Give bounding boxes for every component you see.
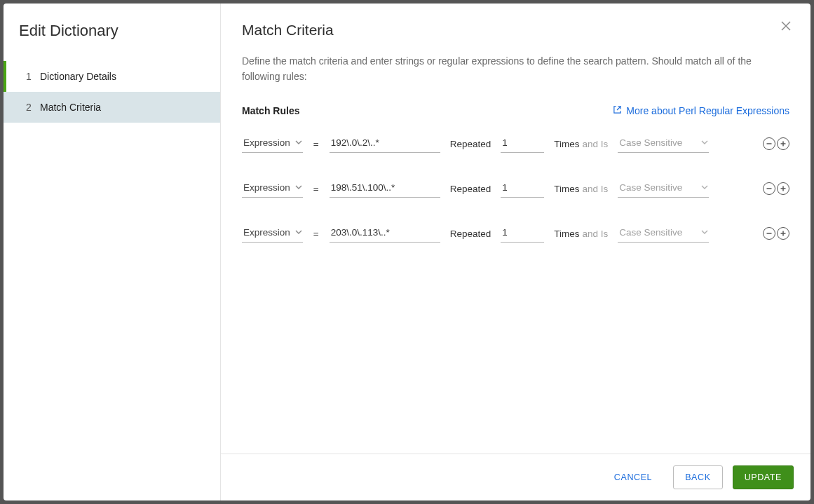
case-sensitivity-select[interactable]: Case Sensitive bbox=[618, 224, 709, 243]
wizard-step-dictionary-details[interactable]: 1 Dictionary Details bbox=[4, 61, 220, 92]
case-placeholder: Case Sensitive bbox=[619, 182, 682, 193]
repeated-label: Repeated bbox=[450, 229, 491, 239]
remove-rule-button[interactable] bbox=[763, 182, 775, 195]
chevron-down-icon bbox=[701, 137, 708, 148]
wizard-sidebar: Edit Dictionary 1 Dictionary Details 2 M… bbox=[4, 4, 221, 500]
equals-label: = bbox=[313, 229, 320, 239]
match-rule-row: Expression = Repeated Times and Is Case … bbox=[242, 179, 789, 198]
case-sensitivity-select[interactable]: Case Sensitive bbox=[618, 135, 709, 153]
chevron-down-icon bbox=[295, 137, 302, 148]
add-rule-button[interactable] bbox=[777, 137, 789, 150]
page-title: Match Criteria bbox=[242, 22, 789, 39]
external-link-icon bbox=[613, 105, 622, 116]
remove-rule-button[interactable] bbox=[763, 227, 775, 240]
main-panel: Match Criteria Define the match criteria… bbox=[221, 4, 810, 500]
rule-type-value: Expression bbox=[243, 182, 290, 193]
chevron-down-icon bbox=[295, 182, 302, 193]
repeat-count-input[interactable] bbox=[501, 224, 544, 243]
modal-footer: CANCEL BACK UPDATE bbox=[221, 454, 810, 500]
repeat-count-input[interactable] bbox=[501, 135, 544, 153]
chevron-down-icon bbox=[701, 227, 708, 238]
pattern-input[interactable] bbox=[330, 135, 440, 153]
repeated-label: Repeated bbox=[450, 184, 491, 194]
case-sensitivity-select[interactable]: Case Sensitive bbox=[618, 179, 709, 198]
case-placeholder: Case Sensitive bbox=[619, 227, 682, 238]
rule-type-select[interactable]: Expression bbox=[242, 179, 303, 198]
add-rule-button[interactable] bbox=[777, 227, 789, 240]
sidebar-title: Edit Dictionary bbox=[4, 22, 220, 61]
rule-type-select[interactable]: Expression bbox=[242, 224, 303, 243]
match-rule-row: Expression = Repeated Times and Is Case … bbox=[242, 135, 789, 153]
wizard-step-match-criteria[interactable]: 2 Match Criteria bbox=[4, 92, 220, 123]
and-is-label: and Is bbox=[582, 139, 608, 149]
and-is-label: and Is bbox=[582, 184, 608, 194]
remove-rule-button[interactable] bbox=[763, 137, 775, 150]
times-label: Times bbox=[554, 139, 579, 149]
rule-type-value: Expression bbox=[243, 137, 290, 148]
match-rule-row: Expression = Repeated Times and Is Case … bbox=[242, 224, 789, 243]
plus-icon bbox=[780, 229, 787, 238]
plus-icon bbox=[780, 184, 787, 193]
pattern-input[interactable] bbox=[330, 179, 440, 198]
page-description: Define the match criteria and enter stri… bbox=[242, 54, 789, 84]
rule-type-select[interactable]: Expression bbox=[242, 135, 303, 153]
times-label: Times bbox=[554, 184, 579, 194]
chevron-down-icon bbox=[701, 182, 708, 193]
step-number: 1 bbox=[26, 71, 40, 82]
step-label: Match Criteria bbox=[40, 102, 101, 113]
back-button[interactable]: BACK bbox=[673, 465, 722, 489]
case-placeholder: Case Sensitive bbox=[619, 137, 682, 148]
times-label: Times bbox=[554, 229, 579, 239]
match-rules-heading: Match Rules bbox=[242, 105, 299, 116]
add-rule-button[interactable] bbox=[777, 182, 789, 195]
rule-type-value: Expression bbox=[243, 227, 290, 238]
chevron-down-icon bbox=[295, 227, 302, 238]
edit-dictionary-modal: Edit Dictionary 1 Dictionary Details 2 M… bbox=[4, 4, 810, 500]
close-icon bbox=[780, 20, 792, 34]
svg-line-2 bbox=[617, 107, 620, 110]
repeat-count-input[interactable] bbox=[501, 179, 544, 198]
step-number: 2 bbox=[26, 102, 40, 113]
help-link-label: More about Perl Regular Expressions bbox=[626, 105, 789, 116]
pattern-input[interactable] bbox=[330, 224, 440, 243]
minus-icon bbox=[766, 229, 773, 238]
repeated-label: Repeated bbox=[450, 139, 491, 149]
minus-icon bbox=[766, 139, 773, 149]
close-button[interactable] bbox=[778, 19, 794, 34]
plus-icon bbox=[780, 139, 787, 149]
equals-label: = bbox=[313, 139, 320, 149]
step-label: Dictionary Details bbox=[40, 71, 116, 82]
equals-label: = bbox=[313, 184, 320, 194]
and-is-label: and Is bbox=[582, 229, 608, 239]
cancel-button[interactable]: CANCEL bbox=[603, 466, 663, 489]
minus-icon bbox=[766, 184, 773, 193]
update-button[interactable]: UPDATE bbox=[733, 465, 794, 489]
perl-regex-help-link[interactable]: More about Perl Regular Expressions bbox=[613, 105, 789, 116]
